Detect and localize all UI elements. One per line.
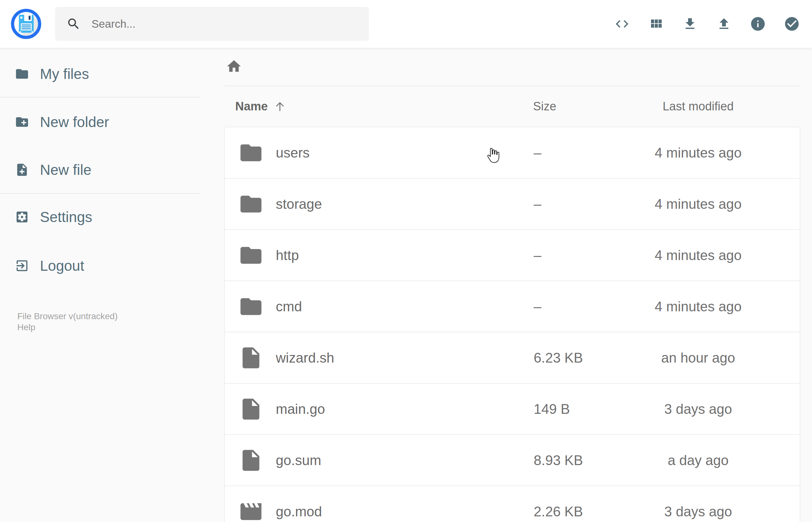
listing-header: Name Size Last modified bbox=[224, 86, 800, 126]
file-size: 149 B bbox=[534, 401, 634, 417]
settings-icon bbox=[15, 210, 29, 224]
file-modified: 4 minutes ago bbox=[634, 247, 762, 263]
sidebar-item-new-file[interactable]: New file bbox=[0, 154, 200, 185]
arrow-up-icon bbox=[273, 99, 287, 113]
file-icon bbox=[238, 448, 264, 473]
folder-icon bbox=[238, 192, 264, 217]
file-modified: a day ago bbox=[634, 453, 762, 468]
file-row-go-mod[interactable]: go.mod 2.26 KB 3 days ago bbox=[224, 486, 800, 522]
info-icon bbox=[750, 16, 766, 32]
home-icon bbox=[226, 58, 242, 75]
folder-icon bbox=[238, 243, 264, 268]
sidebar-item-label: New file bbox=[40, 161, 92, 178]
file-size: – bbox=[534, 145, 634, 161]
file-row-users[interactable]: users – 4 minutes ago bbox=[224, 127, 800, 179]
sidebar-item-new-folder[interactable]: New folder bbox=[0, 106, 200, 138]
sidebar: My files New folder New file Settings Lo… bbox=[0, 48, 200, 522]
new-file-icon bbox=[15, 163, 29, 177]
upload-icon bbox=[716, 16, 731, 32]
code-icon bbox=[614, 16, 630, 32]
file-name: go.mod bbox=[276, 504, 534, 520]
file-icon bbox=[238, 345, 264, 370]
file-size: 6.23 KB bbox=[534, 350, 634, 366]
file-name: users bbox=[276, 145, 534, 161]
file-modified: 3 days ago bbox=[634, 401, 762, 417]
sidebar-item-label: Settings bbox=[40, 208, 92, 225]
sidebar-divider bbox=[0, 97, 200, 98]
sidebar-item-my-files[interactable]: My files bbox=[0, 58, 200, 89]
download-button[interactable] bbox=[682, 16, 698, 32]
file-name: storage bbox=[276, 196, 534, 212]
folder-icon bbox=[238, 294, 264, 319]
file-size: 2.26 KB bbox=[534, 504, 634, 520]
select-multiple-button[interactable] bbox=[784, 16, 800, 32]
top-bar bbox=[0, 0, 812, 48]
sidebar-divider bbox=[0, 193, 200, 194]
file-name: main.go bbox=[276, 401, 534, 417]
logout-icon bbox=[15, 259, 29, 273]
filebrowser-logo-icon[interactable] bbox=[11, 8, 42, 40]
sidebar-item-logout[interactable]: Logout bbox=[0, 250, 200, 281]
column-name-label: Name bbox=[235, 100, 268, 113]
file-icon bbox=[238, 397, 264, 422]
download-icon bbox=[683, 16, 697, 32]
file-row-wizard-sh[interactable]: wizard.sh 6.23 KB an hour ago bbox=[224, 333, 800, 384]
column-modified-label: Last modified bbox=[663, 100, 734, 113]
search-input[interactable] bbox=[91, 17, 369, 31]
sort-by-name-header[interactable]: Name bbox=[235, 86, 287, 126]
file-row-go-sum[interactable]: go.sum 8.93 KB a day ago bbox=[224, 435, 800, 486]
sidebar-footer: File Browser v(untracked) Help bbox=[17, 311, 118, 333]
file-size: – bbox=[534, 196, 634, 212]
file-modified: 3 days ago bbox=[634, 504, 762, 520]
breadcrumb-home-button[interactable] bbox=[226, 58, 242, 75]
file-row-cmd[interactable]: cmd – 4 minutes ago bbox=[224, 281, 800, 333]
folder-icon bbox=[15, 67, 29, 81]
file-row-http[interactable]: http – 4 minutes ago bbox=[224, 230, 800, 281]
search-icon bbox=[66, 17, 81, 31]
search-bar[interactable] bbox=[55, 7, 369, 41]
file-name: http bbox=[276, 247, 534, 263]
movie-icon bbox=[238, 499, 264, 522]
file-list: users – 4 minutes ago storage – 4 minute… bbox=[224, 127, 800, 522]
sort-by-modified-header[interactable]: Last modified bbox=[634, 86, 762, 126]
toolbar-actions bbox=[614, 0, 800, 48]
sidebar-item-label: My files bbox=[40, 65, 89, 82]
folder-icon bbox=[238, 140, 264, 165]
file-size: – bbox=[534, 247, 634, 263]
shell-toggle-button[interactable] bbox=[614, 16, 630, 32]
file-size: – bbox=[534, 299, 634, 315]
file-name: go.sum bbox=[276, 453, 534, 468]
file-name: cmd bbox=[276, 299, 534, 315]
sidebar-item-label: Logout bbox=[40, 257, 84, 274]
file-size: 8.93 KB bbox=[534, 453, 634, 468]
sidebar-item-settings[interactable]: Settings bbox=[0, 201, 200, 233]
help-link[interactable]: Help bbox=[17, 322, 118, 333]
file-modified: 4 minutes ago bbox=[634, 299, 762, 315]
file-name: wizard.sh bbox=[276, 350, 534, 366]
file-modified: 4 minutes ago bbox=[634, 196, 762, 212]
check-circle-icon bbox=[784, 16, 800, 32]
info-button[interactable] bbox=[750, 16, 766, 32]
sort-by-size-header[interactable]: Size bbox=[533, 86, 556, 126]
file-modified: 4 minutes ago bbox=[634, 145, 762, 161]
switch-view-button[interactable] bbox=[648, 16, 664, 32]
file-row-main-go[interactable]: main.go 149 B 3 days ago bbox=[224, 384, 800, 435]
sidebar-item-label: New folder bbox=[40, 114, 109, 130]
version-text: File Browser v(untracked) bbox=[17, 311, 118, 322]
new-folder-icon bbox=[15, 115, 29, 129]
column-size-label: Size bbox=[533, 100, 556, 113]
file-modified: an hour ago bbox=[634, 350, 762, 366]
file-listing-area: Name Size Last modified users – 4 minute… bbox=[200, 48, 812, 522]
upload-button[interactable] bbox=[716, 16, 732, 32]
file-row-storage[interactable]: storage – 4 minutes ago bbox=[224, 179, 800, 230]
grid-view-icon bbox=[648, 16, 664, 32]
